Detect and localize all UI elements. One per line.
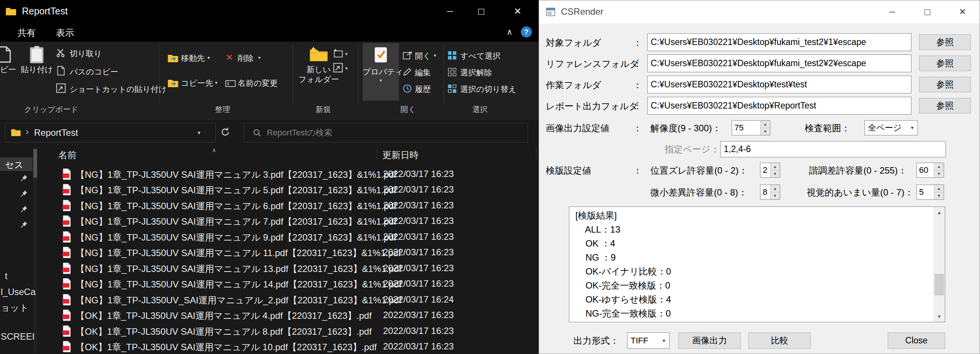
report-folder-browse-button[interactable]: 参照 bbox=[919, 98, 971, 113]
target-folder-browse-button[interactable]: 参照 bbox=[919, 35, 971, 50]
help-button[interactable]: ? bbox=[521, 27, 532, 37]
scroll-up-button[interactable]: ▲ bbox=[934, 207, 945, 218]
pages-input[interactable] bbox=[720, 141, 946, 157]
compare-button[interactable]: 比較 bbox=[748, 332, 811, 349]
copy-path-button[interactable]: パスのコピー bbox=[55, 65, 131, 78]
file-row[interactable]: 【OK】1章_TP-JL350UV SAI運用マニュアル 10.pdf【2203… bbox=[35, 339, 539, 354]
search-box[interactable] bbox=[244, 123, 528, 143]
tone-tolerance-spinner[interactable]: ▲ ▼ bbox=[916, 163, 944, 178]
visual-fuzz-input[interactable] bbox=[917, 185, 934, 199]
sidebar-item-selected[interactable]: セス bbox=[0, 157, 33, 171]
select-all-button[interactable]: すべて選択 bbox=[447, 50, 530, 62]
select-group-label: 選択 bbox=[473, 105, 488, 114]
open-button[interactable]: 開く ▾ bbox=[402, 50, 444, 62]
micro-diff-spinner[interactable]: ▲ ▼ bbox=[760, 184, 780, 200]
refresh-button[interactable] bbox=[219, 125, 232, 138]
spin-up-icon[interactable]: ▲ bbox=[770, 185, 780, 192]
column-divider[interactable] bbox=[377, 148, 377, 160]
history-button[interactable]: 履歴 bbox=[402, 83, 444, 95]
output-format-combobox[interactable]: TIFF ▼ bbox=[627, 332, 670, 349]
spin-down-icon[interactable]: ▼ bbox=[770, 192, 780, 200]
close-button[interactable]: ✕ bbox=[496, 0, 539, 23]
work-folder-input[interactable] bbox=[647, 76, 912, 94]
file-row[interactable]: 【NG】1章_TP-JL350UV SAI運用マニュアル 5.pdf【22031… bbox=[35, 182, 539, 197]
delete-button[interactable]: ✕ 削除 ▾ bbox=[222, 51, 267, 65]
sidebar-item[interactable]: ョット bbox=[1, 302, 29, 314]
pin-icon[interactable] bbox=[20, 174, 28, 182]
address-dropdown-icon[interactable]: ▾ bbox=[197, 130, 200, 135]
new-item-button[interactable]: ▾ bbox=[332, 48, 353, 60]
resolution-spinner[interactable]: ▲ ▼ bbox=[732, 120, 770, 135]
sidebar-item[interactable]: SCREEI bbox=[1, 331, 35, 342]
report-folder-input[interactable] bbox=[647, 97, 912, 114]
search-input[interactable] bbox=[266, 123, 517, 142]
position-tolerance-input[interactable] bbox=[760, 163, 770, 177]
results-textbox[interactable]: [検版結果] ALL：13 OK ：4 NG ：9 OK-バイナリ比較：0 OK… bbox=[569, 206, 945, 322]
file-row[interactable]: 【NG】1章_TP-JL350UV SAI運用マニュアル 6.pdf【22031… bbox=[35, 198, 539, 213]
ribbon-collapse-icon[interactable]: ∧ bbox=[506, 27, 512, 37]
maximize-button[interactable]: □ bbox=[466, 0, 496, 23]
sort-ascending-icon[interactable]: ∧ bbox=[212, 147, 216, 154]
resolution-input[interactable] bbox=[732, 121, 760, 135]
spin-down-icon[interactable]: ▼ bbox=[770, 171, 780, 178]
column-header-modified[interactable]: 更新日時 bbox=[382, 149, 418, 161]
scrollbar-thumb[interactable] bbox=[935, 274, 944, 295]
column-divider[interactable] bbox=[536, 148, 536, 160]
minimize-button[interactable]: ─ bbox=[434, 0, 466, 23]
pin-icon[interactable] bbox=[20, 189, 28, 198]
sidebar-item[interactable]: l_UseCa bbox=[1, 287, 36, 297]
spin-down-icon[interactable]: ▼ bbox=[760, 128, 770, 135]
file-row[interactable]: 【NG】1章_TP-JL350UV SAI運用マニュアル 3.pdf【22031… bbox=[35, 167, 539, 182]
file-row[interactable]: 【NG】1章_TP-JL350UV SAI運用マニュアル 7.pdf【22031… bbox=[35, 213, 539, 229]
properties-button[interactable]: プロパティ ▾ bbox=[363, 43, 399, 101]
select-none-button[interactable]: 選択解除 bbox=[447, 67, 530, 79]
dialog-close-button[interactable]: ✕ bbox=[952, 0, 973, 24]
tone-tolerance-input[interactable] bbox=[917, 163, 934, 177]
dialog-maximize-button[interactable]: □ bbox=[917, 0, 938, 24]
pin-icon[interactable] bbox=[20, 205, 28, 213]
move-to-button[interactable]: 移動先 ▾ bbox=[164, 51, 217, 65]
file-row[interactable]: 【NG】1章_TP-JL350UV SAI運用マニュアル 9.pdf【22031… bbox=[35, 229, 539, 245]
target-folder-input[interactable] bbox=[647, 33, 912, 51]
cut-button[interactable]: 切り取り bbox=[55, 46, 131, 59]
invert-selection-button[interactable]: 選択の切り替え bbox=[447, 83, 538, 95]
tab-view[interactable]: 表示 bbox=[56, 27, 74, 39]
copy-button[interactable]: ピー bbox=[0, 43, 17, 81]
copy-to-button[interactable]: コピー先 ▾ bbox=[164, 76, 221, 90]
dialog-minimize-button[interactable]: ─ bbox=[881, 0, 903, 24]
column-header-name[interactable]: 名前 bbox=[58, 149, 76, 161]
scroll-down-button[interactable]: ▼ bbox=[934, 311, 945, 322]
pin-icon[interactable] bbox=[20, 221, 28, 229]
paste-button[interactable]: 貼り付け bbox=[20, 43, 54, 81]
spin-up-icon[interactable]: ▲ bbox=[770, 163, 780, 171]
sidebar-item[interactable]: t bbox=[5, 271, 8, 281]
image-output-button[interactable]: 画像出力 bbox=[678, 332, 741, 349]
reference-folder-input[interactable] bbox=[647, 54, 912, 72]
spin-up-icon[interactable]: ▲ bbox=[934, 163, 943, 171]
easy-access-button[interactable]: ▾ bbox=[332, 62, 353, 75]
visual-fuzz-spinner[interactable]: ▲ ▼ bbox=[916, 184, 944, 200]
spin-up-icon[interactable]: ▲ bbox=[760, 121, 770, 128]
file-row[interactable]: 【OK】1章_TP-JL350UV SAI運用マニュアル 4.pdf【22031… bbox=[35, 308, 539, 323]
position-tolerance-spinner[interactable]: ▲ ▼ bbox=[760, 163, 780, 178]
results-scrollbar[interactable]: ▲ ▼ bbox=[934, 207, 945, 322]
file-row[interactable]: 【NG】1章_TP-JL350UV_SAI運用マニュアル_2.pdf【22031… bbox=[35, 292, 539, 308]
file-row[interactable]: 【NG】1章_TP-JL350UV SAI運用マニュアル 11.pdf【2203… bbox=[35, 245, 539, 260]
breadcrumb-path[interactable]: ReportTest bbox=[34, 127, 78, 138]
file-row[interactable]: 【NG】1章_TP-JL350UV SAI運用マニュアル 14.pdf【2203… bbox=[35, 276, 539, 292]
spin-down-icon[interactable]: ▼ bbox=[934, 192, 943, 200]
close-dialog-button[interactable]: Close bbox=[888, 332, 945, 349]
paste-shortcut-button[interactable]: ショートカットの貼り付け bbox=[55, 82, 161, 95]
rename-button[interactable]: 名前の変更 bbox=[222, 76, 290, 90]
spin-down-icon[interactable]: ▼ bbox=[934, 171, 943, 178]
file-row[interactable]: 【OK】1章_TP-JL350UV SAI運用マニュアル 8.pdf【22031… bbox=[35, 323, 539, 339]
work-folder-browse-button[interactable]: 参照 bbox=[919, 77, 971, 92]
micro-diff-input[interactable] bbox=[760, 185, 770, 199]
edit-button[interactable]: 編集 bbox=[402, 67, 444, 79]
tab-share[interactable]: 共有 bbox=[18, 27, 36, 39]
reference-folder-browse-button[interactable]: 参照 bbox=[919, 56, 971, 71]
breadcrumb[interactable]: › ReportTest ▾ bbox=[5, 123, 216, 143]
file-row[interactable]: 【NG】1章_TP-JL350UV SAI運用マニュアル 13.pdf【2203… bbox=[35, 260, 539, 276]
spin-up-icon[interactable]: ▲ bbox=[934, 185, 943, 192]
range-combobox[interactable]: 全ページ ▼ bbox=[865, 120, 918, 135]
